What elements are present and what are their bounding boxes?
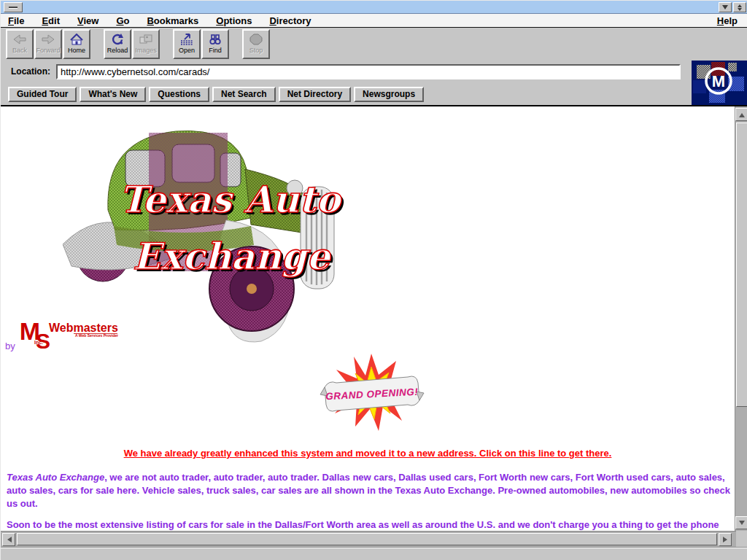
- scrollbar-corner: [736, 531, 747, 547]
- svg-text:Inc.: Inc.: [34, 340, 43, 345]
- reload-icon: [109, 34, 125, 45]
- net-search-button[interactable]: Net Search: [212, 87, 276, 102]
- stop-button[interactable]: Stop: [242, 29, 270, 59]
- open-label: Open: [179, 47, 195, 54]
- vertical-scroll-thumb[interactable]: [736, 122, 747, 407]
- find-label: Find: [209, 47, 222, 54]
- guided-tour-button[interactable]: Guided Tour: [8, 87, 77, 102]
- mosaic-logo-icon: M: [692, 61, 747, 105]
- svg-text:M: M: [712, 72, 725, 90]
- questions-button[interactable]: Questions: [149, 87, 209, 102]
- newsgroups-button[interactable]: Newsgroups: [354, 87, 424, 102]
- quicklinks-row: Guided Tour What's New Questions Net Sea…: [1, 83, 747, 105]
- open-button[interactable]: Open: [173, 29, 201, 59]
- images-label: Images: [135, 47, 157, 54]
- banner-image: Texas Auto Exchange Texas Auto Exchange: [63, 117, 362, 351]
- menu-file[interactable]: File: [8, 15, 24, 26]
- vertical-scrollbar[interactable]: [735, 106, 747, 531]
- intro-paragraph: Texas Auto Exchange, we are not auto tra…: [7, 471, 730, 510]
- forward-label: Forward: [36, 47, 60, 54]
- arrow-right-icon: [723, 537, 730, 542]
- resize-up-icon: [738, 2, 742, 7]
- arrow-left-icon: [4, 537, 12, 542]
- location-label: Location:: [11, 66, 50, 77]
- throbber-logo-button[interactable]: M: [692, 61, 747, 105]
- scroll-down-button[interactable]: [735, 516, 747, 529]
- home-label: Home: [68, 47, 85, 54]
- svg-text:Exchange: Exchange: [133, 235, 332, 278]
- window-menu-button[interactable]: [4, 2, 23, 12]
- minimize-icon: [9, 7, 18, 9]
- location-input[interactable]: [56, 64, 681, 79]
- stop-label: Stop: [249, 47, 263, 54]
- byline: by M S Inc. Webmasters A Web Services Pr…: [5, 319, 123, 351]
- reload-label: Reload: [107, 47, 128, 54]
- moved-notice: We have already greatly enhanced this sy…: [1, 446, 735, 459]
- find-button[interactable]: Find: [201, 29, 229, 59]
- forward-button[interactable]: Forward: [34, 29, 62, 59]
- menu-help[interactable]: Help: [717, 15, 738, 26]
- byline-prefix: by: [5, 341, 15, 351]
- location-row: Location:: [1, 60, 747, 83]
- svg-text:Webmasters: Webmasters: [49, 322, 118, 334]
- back-button[interactable]: Back: [6, 29, 34, 59]
- horizontal-scrollbar[interactable]: [1, 531, 736, 547]
- car-illustration: Texas Auto Exchange Texas Auto Exchange: [63, 117, 362, 349]
- open-icon: [179, 34, 195, 45]
- reload-button[interactable]: Reload: [104, 29, 131, 59]
- back-label: Back: [12, 47, 27, 54]
- browser-window: File Edit View Go Bookmarks Options Dire…: [0, 0, 747, 560]
- stop-icon: [248, 34, 264, 45]
- images-icon: [138, 34, 154, 45]
- whats-new-button[interactable]: What's New: [80, 87, 146, 102]
- page-content: Texas Auto Exchange Texas Auto Exchange …: [1, 106, 735, 531]
- net-directory-button[interactable]: Net Directory: [279, 87, 351, 102]
- svg-text:A Web Services Provider: A Web Services Provider: [75, 333, 118, 338]
- window-shade-button[interactable]: [719, 2, 732, 12]
- images-button[interactable]: Images: [132, 29, 160, 59]
- toolbar: Back Forward Home Reload Images: [1, 28, 747, 60]
- home-button[interactable]: Home: [63, 29, 90, 59]
- menu-edit[interactable]: Edit: [42, 15, 60, 26]
- moved-notice-link[interactable]: We have already greatly enhanced this sy…: [124, 448, 612, 459]
- forward-icon: [40, 34, 56, 45]
- menu-go[interactable]: Go: [116, 15, 129, 26]
- intro-rest: , we are not auto trader, auto trader, a…: [7, 472, 730, 509]
- status-bar: [1, 547, 747, 560]
- menu-view[interactable]: View: [77, 15, 98, 26]
- intro-lead: Texas Auto Exchange: [7, 472, 104, 483]
- menu-bar: File Edit View Go Bookmarks Options Dire…: [1, 14, 747, 28]
- menu-options[interactable]: Options: [216, 15, 252, 26]
- find-icon: [207, 34, 223, 45]
- svg-text:Texas Auto: Texas Auto: [120, 178, 343, 221]
- second-paragraph: Soon to be the most extensive listing of…: [7, 518, 730, 531]
- arrow-up-icon: [739, 110, 745, 117]
- resize-down-icon: [738, 8, 742, 13]
- back-icon: [12, 34, 28, 45]
- scroll-up-button[interactable]: [735, 108, 747, 121]
- chevron-down-icon: [722, 5, 728, 12]
- home-icon: [69, 34, 85, 45]
- window-resize-button[interactable]: [733, 2, 746, 12]
- ms-webmasters-logo[interactable]: M S Inc. Webmasters A Web Services Provi…: [17, 319, 123, 351]
- scroll-left-button[interactable]: [2, 533, 15, 546]
- horizontal-scroll-thumb[interactable]: [17, 533, 717, 545]
- title-bar[interactable]: [1, 1, 747, 14]
- menu-bookmarks[interactable]: Bookmarks: [147, 15, 198, 26]
- scroll-right-button[interactable]: [719, 533, 732, 546]
- arrow-down-icon: [739, 521, 745, 528]
- grand-opening-burst: GRAND OPENING!: [314, 352, 427, 439]
- menu-directory[interactable]: Directory: [269, 15, 311, 26]
